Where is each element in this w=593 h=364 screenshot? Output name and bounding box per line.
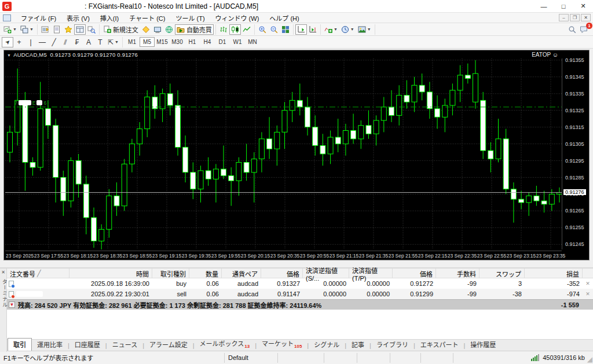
chevron-down-icon[interactable]: ▼ xyxy=(350,27,354,31)
chart-plot-area[interactable]: 7E6 xyxy=(5,58,562,249)
column-header[interactable]: 数量 xyxy=(189,269,222,278)
zoom-in-button[interactable] xyxy=(257,24,268,35)
sort-indicator[interactable]: ╱ xyxy=(35,270,41,277)
resize-grip[interactable]: ◢ xyxy=(587,355,592,363)
menu-item[interactable]: 表示 (V) xyxy=(61,14,95,23)
time-axis[interactable]: 23 Sep 202523 Sep 17:5523 Sep 18:1523 Se… xyxy=(5,251,562,260)
column-header[interactable]: 決済逆指値(S/... xyxy=(303,269,349,278)
column-header[interactable]: 価格 xyxy=(261,269,303,278)
chart-window[interactable]: ▼AUDCAD,M5 0.91273 0.91279 0.91270 0.912… xyxy=(3,50,590,260)
market-watch-button[interactable] xyxy=(39,24,51,35)
tab-journal[interactable]: 操作履歴 xyxy=(465,339,501,351)
tab-signals[interactable]: シグナル xyxy=(309,339,345,351)
child-minimize-button[interactable]: – xyxy=(559,14,569,21)
price-axis[interactable]: 0.913550.913450.913350.913250.913150.913… xyxy=(562,58,589,249)
tab-library[interactable]: ライブラリ xyxy=(371,339,413,351)
column-header[interactable]: 時間 xyxy=(69,269,152,278)
timeframe-m5-button[interactable]: M5 xyxy=(140,37,155,47)
menu-item[interactable]: 挿入(I) xyxy=(95,14,124,23)
orders-table-header[interactable]: 注文番号 ╱時間取引種別数量通貨ペア価格決済逆指値(S/...決済指値(T/P)… xyxy=(7,269,593,278)
fibonacci-button[interactable]: ₣ xyxy=(71,37,83,47)
close-position-icon[interactable]: ✕ xyxy=(583,281,593,286)
notifications-button[interactable]: 1 xyxy=(578,24,590,35)
chevron-down-icon[interactable]: ▼ xyxy=(13,27,17,31)
search-button[interactable] xyxy=(566,24,578,35)
column-header[interactable]: スワップ xyxy=(479,269,525,278)
minimize-button[interactable]: — xyxy=(534,1,554,12)
new-chart-button[interactable]: ▼ xyxy=(2,24,19,35)
tab-account-history[interactable]: 口座履歴 xyxy=(69,339,105,351)
menu-item[interactable]: ヘルプ (H) xyxy=(264,14,304,23)
tile-windows-button[interactable] xyxy=(280,24,291,35)
auto-scroll-button[interactable] xyxy=(295,24,307,35)
text-label-button[interactable]: T xyxy=(94,37,106,47)
menu-item[interactable]: ファイル (F) xyxy=(16,14,61,23)
close-position-icon[interactable]: ✕ xyxy=(583,291,593,297)
web-button[interactable] xyxy=(163,24,175,35)
column-header[interactable]: 注文番号 ╱ xyxy=(7,269,69,278)
line-chart-button[interactable] xyxy=(241,24,252,35)
timeframe-h1-button[interactable]: H1 xyxy=(185,37,200,47)
terminal-button[interactable] xyxy=(74,24,86,35)
column-header[interactable]: 価格 xyxy=(393,269,436,278)
menu-item[interactable]: ウィンドウ (W) xyxy=(210,14,265,23)
tab-news[interactable]: ニュース xyxy=(107,339,142,351)
profiles-button[interactable]: ▼ xyxy=(19,24,35,35)
chevron-down-icon[interactable]: ▼ xyxy=(367,27,371,31)
column-header[interactable]: 決済指値(T/P) xyxy=(349,269,393,278)
child-close-button[interactable]: ✕ xyxy=(581,14,591,21)
timeframe-m1-button[interactable]: M1 xyxy=(125,37,140,47)
timeframe-m30-button[interactable]: M30 xyxy=(170,37,185,47)
navigator-button[interactable] xyxy=(63,24,74,35)
timeframe-m15-button[interactable]: M15 xyxy=(155,37,170,47)
metaeditor-button[interactable] xyxy=(140,24,152,35)
timeframe-d1-button[interactable]: D1 xyxy=(215,37,230,47)
strategy-tester-button[interactable] xyxy=(86,24,97,35)
news-button[interactable] xyxy=(152,24,163,35)
tab-mailbox[interactable]: メールボックス13 xyxy=(195,337,255,351)
child-restore-button[interactable]: ❐ xyxy=(570,14,580,21)
chevron-down-icon[interactable]: ▼ xyxy=(30,27,34,31)
channel-button[interactable]: ⫽ xyxy=(60,37,71,47)
tab-experts[interactable]: エキスパート xyxy=(415,339,464,351)
ea-smiley-icon[interactable]: ☺ xyxy=(552,52,558,58)
chevron-down-icon[interactable]: ▼ xyxy=(7,53,11,57)
auto-trading-button[interactable]: 自動売買 xyxy=(175,24,214,35)
text-button[interactable]: A xyxy=(83,37,94,47)
tab-market[interactable]: マーケット105 xyxy=(257,337,307,351)
terminal-close-icon[interactable]: ✕ xyxy=(1,270,6,275)
status-profile[interactable]: Default xyxy=(225,353,278,363)
horizontal-line-button[interactable]: — xyxy=(36,37,48,47)
tab-articles[interactable]: 記事 xyxy=(346,339,369,351)
chart-shift-button[interactable] xyxy=(307,24,319,35)
timeframe-h4-button[interactable]: H4 xyxy=(200,37,215,47)
timeframe-w1-button[interactable]: W1 xyxy=(230,37,245,47)
chevron-down-icon[interactable]: ▼ xyxy=(115,40,119,44)
tab-trade[interactable]: 取引 xyxy=(8,338,32,351)
data-window-button[interactable] xyxy=(51,24,63,35)
column-header[interactable]: 通貨ペア xyxy=(222,269,261,278)
menu-item[interactable]: チャート (C) xyxy=(124,14,170,23)
bar-chart-button[interactable] xyxy=(218,24,229,35)
tab-alerts[interactable]: アラーム設定 xyxy=(144,339,193,351)
cursor-button[interactable]: ➤ xyxy=(2,37,13,47)
tab-exposure[interactable]: 運用比率 xyxy=(32,339,68,351)
order-row[interactable]: 2025.09.18 16:39:00buy0.06audcad0.913270… xyxy=(7,278,593,289)
chevron-down-icon[interactable]: ▼ xyxy=(334,27,338,31)
column-header[interactable]: 取引種別 xyxy=(152,269,189,278)
menu-item[interactable]: ツール (T) xyxy=(170,14,210,23)
new-order-button[interactable]: 新規注文 xyxy=(101,24,140,35)
indicators-button[interactable]: ▼ xyxy=(323,24,339,35)
templates-button[interactable]: ▼ xyxy=(356,24,373,35)
column-header[interactable]: 手数料 xyxy=(436,269,479,278)
trendline-button[interactable]: ╱ xyxy=(48,37,60,47)
zoom-out-button[interactable] xyxy=(268,24,280,35)
timeframe-mn-button[interactable]: MN xyxy=(245,37,260,47)
arrows-button[interactable]: ⇱▼ xyxy=(106,37,120,47)
periods-button[interactable]: ▼ xyxy=(339,24,356,35)
candle-chart-button[interactable] xyxy=(229,24,241,35)
column-header[interactable]: 損益 xyxy=(525,269,583,278)
crosshair-button[interactable]: + xyxy=(13,37,25,47)
close-button[interactable]: ✕ xyxy=(573,1,593,12)
maximize-button[interactable]: □ xyxy=(554,1,573,12)
